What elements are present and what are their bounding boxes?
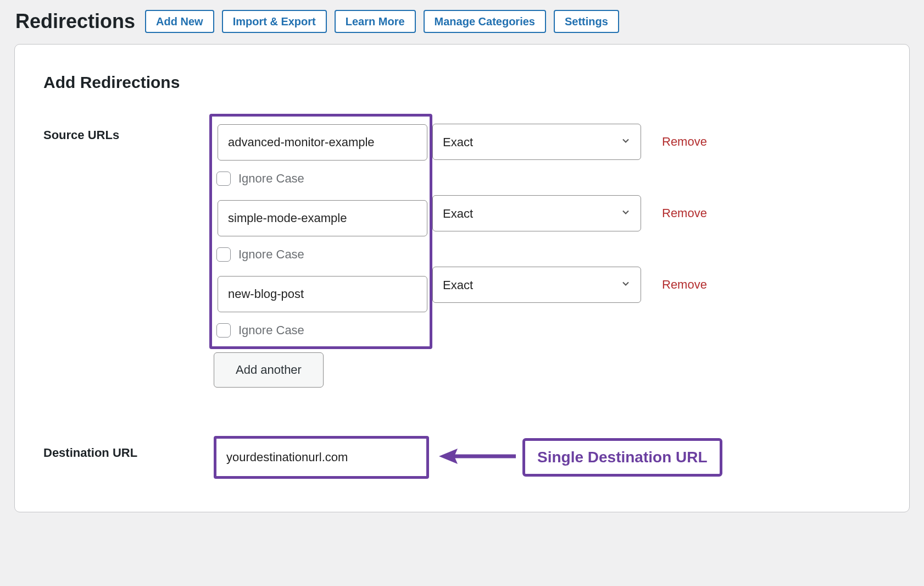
panel-title: Add Redirections bbox=[43, 73, 881, 92]
import-export-button[interactable]: Import & Export bbox=[222, 10, 327, 33]
ignore-case-label: Ignore Case bbox=[238, 247, 304, 262]
ignore-case-checkbox[interactable] bbox=[216, 247, 231, 262]
source-urls-label: Source URLs bbox=[43, 118, 214, 142]
add-redirections-panel: Add Redirections Source URLs Ignore Case bbox=[14, 44, 910, 512]
match-type-select[interactable]: Exact bbox=[432, 267, 641, 303]
match-type-select[interactable]: Exact bbox=[432, 195, 641, 231]
ignore-case-checkbox[interactable] bbox=[216, 323, 231, 338]
destination-url-input[interactable] bbox=[219, 441, 424, 474]
learn-more-button[interactable]: Learn More bbox=[335, 10, 416, 33]
settings-button[interactable]: Settings bbox=[554, 10, 619, 33]
remove-source-link[interactable]: Remove bbox=[662, 206, 707, 220]
remove-source-link[interactable]: Remove bbox=[662, 278, 707, 292]
add-new-button[interactable]: Add New bbox=[145, 10, 214, 33]
ignore-case-label: Ignore Case bbox=[238, 172, 304, 186]
destination-url-highlight bbox=[214, 436, 429, 479]
source-url-input[interactable] bbox=[218, 276, 427, 312]
page-title: Redirections bbox=[15, 10, 135, 33]
single-destination-callout: Single Destination URL bbox=[522, 438, 722, 477]
match-type-select[interactable]: Exact bbox=[432, 124, 641, 160]
page-header: Redirections Add New Import & Export Lea… bbox=[0, 0, 924, 44]
destination-url-label: Destination URL bbox=[43, 436, 214, 460]
remove-source-link[interactable]: Remove bbox=[662, 135, 707, 149]
ignore-case-label: Ignore Case bbox=[238, 323, 304, 338]
source-urls-highlight: Ignore Case Ignore Case bbox=[209, 114, 432, 349]
source-url-input[interactable] bbox=[218, 200, 427, 236]
source-url-input[interactable] bbox=[218, 124, 427, 161]
destination-url-row: Destination URL Single Destination URL bbox=[43, 436, 881, 479]
source-urls-row: Source URLs Ignore Case bbox=[43, 118, 881, 388]
manage-categories-button[interactable]: Manage Categories bbox=[424, 10, 546, 33]
ignore-case-checkbox[interactable] bbox=[216, 172, 231, 186]
arrow-left-icon bbox=[439, 445, 516, 469]
add-another-button[interactable]: Add another bbox=[214, 352, 324, 388]
